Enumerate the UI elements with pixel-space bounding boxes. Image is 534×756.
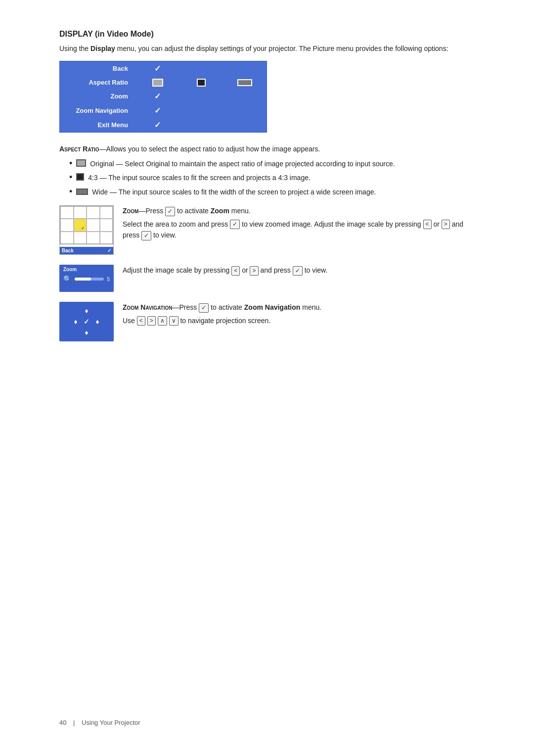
zoom-view-key: ✓ [230, 220, 240, 229]
footer-separator: | [73, 719, 75, 726]
aspect-ratio-bullets: • Original — Select Original to maintain… [69, 158, 475, 197]
menu-label-exit: Exit Menu [60, 118, 136, 133]
zoom-slider-image: Zoom 🔍 5 [59, 265, 114, 292]
nav-left-key: < [137, 316, 145, 326]
page-number: 40 [59, 719, 66, 726]
43-icon [197, 79, 206, 87]
menu-check-back: ✓ [136, 61, 179, 76]
zoom-scale-right-key: > [250, 266, 258, 276]
menu-icon-wide [223, 76, 267, 89]
inline-43-icon [76, 173, 84, 181]
menu-table: Back ✓ Aspect Ratio Zoom ✓ Zoom Navigati… [59, 61, 267, 133]
menu-check-exit: ✓ [136, 118, 179, 133]
zoom-slider-row: 🔍 5 [63, 275, 110, 283]
zoom-activate-key: ✓ [165, 207, 175, 216]
zoom-section: ✓ Back ✓ Zoom—Press ✓ to activate Zoom m… [59, 205, 475, 255]
menu-label-aspect: Aspect Ratio [60, 76, 136, 89]
footer-text: Using Your Projector [82, 719, 140, 726]
menu-label-zoom-nav: Zoom Navigation [60, 103, 136, 118]
bullet-original-text: Original — Select Original to maintain t… [90, 158, 395, 169]
nav-right-key: > [147, 316, 156, 326]
original-icon [152, 79, 163, 87]
zoom-confirm-key: ✓ [141, 231, 151, 240]
zoom-grid-image: ✓ Back ✓ [59, 205, 114, 255]
zoom-back-bar: Back ✓ [60, 247, 113, 254]
intro-text: Using the Display menu, you can adjust t… [59, 44, 475, 54]
zoom-slider-description: Adjust the image scale by pressing < or … [123, 265, 475, 276]
menu-row-back: Back ✓ [60, 61, 267, 76]
bullet-43: • 4:3 — The input source scales to fit t… [69, 172, 475, 183]
wide-icon [237, 79, 252, 86]
zoom-scale-left-key: < [231, 266, 240, 276]
page-content: DISPLAY (in Video Mode) Using the Displa… [59, 30, 475, 341]
bullet-wide: • Wide — The input source scales to fit … [69, 187, 475, 197]
menu-label-back: Back [60, 61, 136, 76]
menu-row-zoom-nav: Zoom Navigation ✓ [60, 103, 267, 118]
back-check: ✓ [107, 248, 111, 253]
section-title: DISPLAY (in Video Mode) [59, 30, 475, 39]
magnify-icon: 🔍 [63, 275, 72, 283]
zoom-heading: Zoom [123, 207, 138, 215]
bullet-wide-text: Wide — The input source scales to fit th… [92, 187, 376, 197]
menu-label-zoom: Zoom [60, 89, 136, 103]
zoom-nav-heading: Zoom Navigation [123, 303, 173, 311]
back-label: Back [62, 248, 74, 253]
nav-diamond: ♦ ♦ ✓ ♦ ♦ [70, 305, 103, 338]
page-footer: 40 | Using Your Projector [59, 719, 140, 726]
zoom-slider-section: Zoom 🔍 5 Adjust the image scale by press… [59, 265, 475, 292]
nav-down-key: ∨ [169, 316, 178, 326]
zoom-left-key: < [423, 220, 432, 229]
zoom-slider-value: 5 [107, 277, 110, 282]
aspect-ratio-heading: Aspect Ratio [59, 145, 99, 153]
inline-original-icon [76, 159, 86, 167]
nav-up-key: ∧ [158, 316, 167, 326]
inline-wide-icon [76, 189, 88, 195]
zoom-slider-track [75, 278, 104, 281]
zoom-scale-confirm-key: ✓ [293, 266, 303, 276]
zoom-grid-cells: ✓ [60, 206, 113, 244]
menu-row-zoom: Zoom ✓ [60, 89, 267, 103]
menu-row-aspect: Aspect Ratio [60, 76, 267, 89]
zoom-slider-title-label: Zoom [63, 267, 77, 272]
zoom-right-key: > [442, 220, 450, 229]
menu-icon-original [136, 76, 179, 89]
zoom-nav-description: Zoom Navigation—Press ✓ to activate Zoom… [123, 302, 475, 326]
bullet-43-text: 4:3 — The input source scales to fit the… [88, 172, 311, 183]
zoom-description: Zoom—Press ✓ to activate Zoom menu. Sele… [123, 205, 475, 240]
menu-row-exit: Exit Menu ✓ [60, 118, 267, 133]
aspect-ratio-description: Aspect Ratio—Allows you to select the as… [59, 143, 475, 154]
menu-check-zoom-nav: ✓ [136, 103, 179, 118]
zoom-nav-activate-key: ✓ [199, 303, 209, 313]
zoom-navigation-section: ♦ ♦ ✓ ♦ ♦ Zoom Navigation—Press ✓ to act… [59, 302, 475, 341]
zoom-slider-fill [75, 278, 91, 281]
aspect-ratio-section: Aspect Ratio—Allows you to select the as… [59, 143, 475, 198]
menu-check-zoom: ✓ [136, 89, 179, 103]
bullet-original: • Original — Select Original to maintain… [69, 158, 475, 169]
zoom-nav-image: ♦ ♦ ✓ ♦ ♦ [59, 302, 114, 341]
menu-icon-43 [179, 76, 223, 89]
